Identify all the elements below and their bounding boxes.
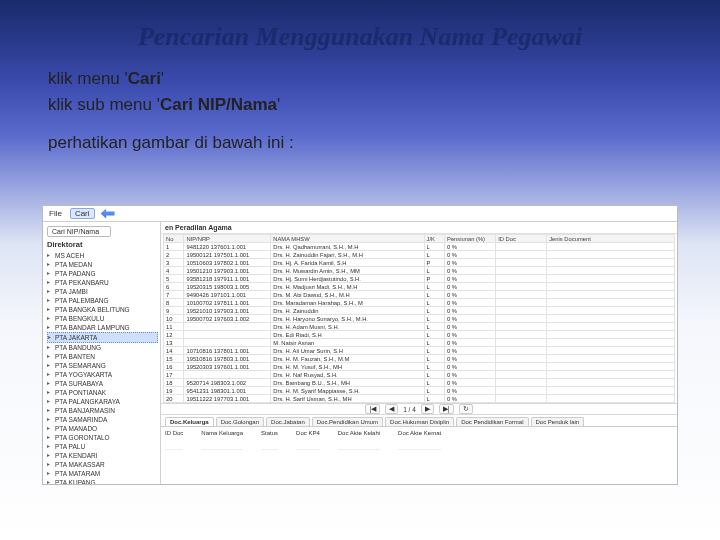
column-header[interactable]: NAMA MHSW (271, 235, 424, 243)
table-row[interactable]: 2019511222 197703.1.001Drs. H. Sarif Usm… (164, 395, 675, 403)
table-row[interactable]: 1019500702 197603.1.002Drs. H. Haryono S… (164, 315, 675, 323)
cell (496, 371, 547, 379)
tab[interactable]: Doc Penduk lain (531, 417, 585, 426)
pager-prev[interactable]: ◀ (385, 404, 398, 414)
cell: 0 % (445, 259, 496, 267)
tree-item[interactable]: PTA JAMBI (47, 287, 158, 296)
cell (547, 355, 675, 363)
cell (547, 307, 675, 315)
tree-item[interactable]: PTA YOGYAKARTA (47, 370, 158, 379)
tab[interactable]: Doc.Hukuman Disiplin (385, 417, 454, 426)
tree-item[interactable]: PTA SURABAYA (47, 379, 158, 388)
tree-item[interactable]: PTA MATARAM (47, 469, 158, 478)
cell: 0 % (445, 275, 496, 283)
tree-item[interactable]: PTA MAKASSAR (47, 460, 158, 469)
line2-pre: klik sub menu ' (48, 95, 160, 114)
cell: 13 (164, 339, 184, 347)
pager-last[interactable]: ▶| (439, 404, 454, 414)
tree-item[interactable]: PTA SEMARANG (47, 361, 158, 370)
column-header[interactable]: No (164, 235, 184, 243)
tree-item[interactable]: PTA BANJARMASIN (47, 406, 158, 415)
tree-item[interactable]: PTA BENGKULU (47, 314, 158, 323)
table-row[interactable]: 1619520303 197601.1.001Drs. H. M. Yusuf,… (164, 363, 675, 371)
tree-item[interactable]: PTA PALU (47, 442, 158, 451)
column-header[interactable]: NIP/NRP (184, 235, 271, 243)
tab[interactable]: Doc Pendidikan Formal (456, 417, 528, 426)
tree-item[interactable]: PTA KENDARI (47, 451, 158, 460)
table-row[interactable]: 1519510816 197803.1.001Drs. H. M. Fauzan… (164, 355, 675, 363)
tab[interactable]: Doc.Jabatan (266, 417, 310, 426)
cell: 4 (164, 267, 184, 275)
pager-refresh[interactable]: ↻ (459, 404, 473, 414)
pager-first[interactable]: |◀ (365, 404, 380, 414)
cell: 0 % (445, 331, 496, 339)
tree-item[interactable]: PTA PALANGKARAYA (47, 397, 158, 406)
cell (184, 339, 271, 347)
cell (496, 267, 547, 275)
cell (184, 331, 271, 339)
table-row[interactable]: 19481220 137601.1.001Drs. H. Qadhamurran… (164, 243, 675, 251)
tree-item[interactable]: PTA MANADO (47, 424, 158, 433)
tree-item[interactable]: MS ACEH (47, 251, 158, 260)
tree-item[interactable]: PTA MEDAN (47, 260, 158, 269)
tree-item[interactable]: PTA PONTIANAK (47, 388, 158, 397)
tree-item[interactable]: PTA PADANG (47, 269, 158, 278)
cell: 10510603 197802.1.001 (184, 259, 271, 267)
tree-item[interactable]: PTA SAMARINDA (47, 415, 158, 424)
table-row[interactable]: 11Drs. H. Adam Musni, S.H.L0 % (164, 323, 675, 331)
slide-title: Pencarian Menggunakan Nama Pegawai (0, 0, 720, 52)
table-row[interactable]: 17Drs. H. Naf Rusyad, S.H.L0 % (164, 371, 675, 379)
column-header[interactable]: Pensiunan (%) (445, 235, 496, 243)
tree-item[interactable]: PTA BANDAR LAMPUNG (47, 323, 158, 332)
cell: 0 % (445, 355, 496, 363)
column-header[interactable]: J/K (424, 235, 444, 243)
cell: 0 % (445, 291, 496, 299)
cell: 19510816 197803.1.001 (184, 355, 271, 363)
line1-pre: klik menu ' (48, 69, 128, 88)
table-row[interactable]: 13M. Natsir AsnanL0 % (164, 339, 675, 347)
tree-item[interactable]: PTA BANDUNG (47, 343, 158, 352)
column-header[interactable]: ID Doc (496, 235, 547, 243)
cell: 9 (164, 307, 184, 315)
table-row[interactable]: 189520714 198303.1.002Drs. Bambang B.U.,… (164, 379, 675, 387)
cell (496, 331, 547, 339)
tab[interactable]: Doc.Keluarga (165, 417, 214, 426)
tab[interactable]: Doc.Pendidikan Umum (312, 417, 383, 426)
submenu-cari-nip-nama[interactable]: Cari NIP/Nama (47, 226, 111, 237)
tree-item[interactable]: PTA BANTEN (47, 352, 158, 361)
tab[interactable]: Doc.Golongan (216, 417, 264, 426)
tree-item[interactable]: PTA PALEMBANG (47, 296, 158, 305)
tree-item[interactable]: PTA PEKANBARU (47, 278, 158, 287)
tree-item[interactable]: PTA BANGKA BELITUNG (47, 305, 158, 314)
table-row[interactable]: 619520315 198003.1.005Drs. H. Madjusri M… (164, 283, 675, 291)
cell: Drs. H. Sarif Usman, S.H., MH (271, 395, 424, 403)
cell: L (424, 371, 444, 379)
tree-item[interactable]: PTA JAKARTA (47, 332, 158, 343)
cell: L (424, 395, 444, 403)
table-row[interactable]: 593581218 197911.1.001Drs. Hj. Sumi Herd… (164, 275, 675, 283)
table-row[interactable]: 1410710816 137801.1.001Drs. H. Ali Umar … (164, 347, 675, 355)
cell (547, 323, 675, 331)
tree-item[interactable]: PTA KUPANG (47, 478, 158, 484)
column-header[interactable]: Jenis Document (547, 235, 675, 243)
cell: 19520315 198003.1.005 (184, 283, 271, 291)
table-row[interactable]: 810100702 197811.1.001Drs. Maradaman Har… (164, 299, 675, 307)
cell: 19 (164, 387, 184, 395)
table-row[interactable]: 419501210 197903.1.001Drs. H. Muwardin A… (164, 267, 675, 275)
table-row[interactable]: 12Drs. Edi Riadi, S.HL0 % (164, 331, 675, 339)
table-row[interactable]: 199541231 198301.1.001Drs. H. M. Syarif … (164, 387, 675, 395)
menu-file[interactable]: File (49, 209, 62, 218)
table-row[interactable]: 79490426 197101.1.001Drs. M. Abi Dawud, … (164, 291, 675, 299)
table-row[interactable]: 919521010 197903.1.001Drs. H. ZainuddinL… (164, 307, 675, 315)
table-row[interactable]: 310510603 197802.1.001Drs. Hj. A. Farida… (164, 259, 675, 267)
data-grid[interactable]: NoNIP/NRPNAMA MHSWJ/KPensiunan (%)ID Doc… (161, 234, 677, 403)
tree-item[interactable]: PTA GORONTALO (47, 433, 158, 442)
pager-next[interactable]: ▶ (421, 404, 434, 414)
menu-cari[interactable]: Cari (70, 208, 95, 219)
cell (496, 259, 547, 267)
cell (496, 315, 547, 323)
cell: Drs. H. M. Syarif Mappiasse, S.H. (271, 387, 424, 395)
pager: |◀ ◀ 1 / 4 ▶ ▶| ↻ (161, 403, 677, 415)
org-tree[interactable]: MS ACEHPTA MEDANPTA PADANGPTA PEKANBARUP… (47, 251, 158, 484)
table-row[interactable]: 219500121 197501.1.001Drs. H. Zainuddin … (164, 251, 675, 259)
